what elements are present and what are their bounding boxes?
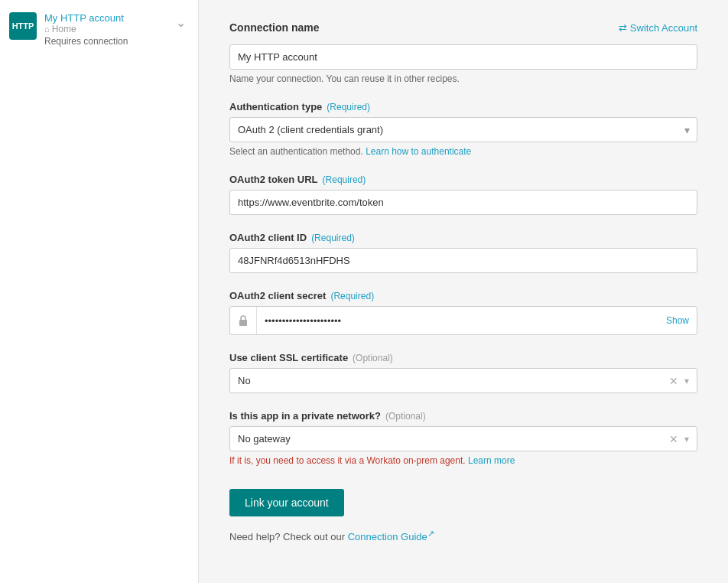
- private-network-controls: ✕ ▾: [661, 432, 697, 446]
- client-id-required: (Required): [311, 233, 355, 243]
- sidebar-header: HTTP My HTTP account ⌂ Home Requires con…: [9, 12, 189, 47]
- client-secret-group: OAuth2 client secret (Required) Show: [229, 290, 697, 335]
- auth-type-required: (Required): [327, 102, 370, 112]
- token-url-required: (Required): [323, 174, 366, 185]
- private-network-value: No gateway: [230, 427, 661, 451]
- private-network-clear-button[interactable]: ✕: [668, 432, 680, 446]
- sidebar: HTTP My HTTP account ⌂ Home Requires con…: [0, 0, 199, 583]
- client-secret-required: (Required): [330, 291, 374, 301]
- connection-name-hint: Name your connection. You can reuse it i…: [229, 73, 697, 84]
- auth-type-group: Authentication type (Required) OAuth 2 (…: [229, 101, 697, 157]
- svg-rect-0: [239, 320, 247, 326]
- private-network-dropdown-button[interactable]: ▾: [683, 432, 691, 446]
- switch-account-link[interactable]: ⇄ Switch Account: [619, 22, 697, 34]
- ssl-cert-label: Use client SSL certificate (Optional): [229, 352, 697, 363]
- home-icon: ⌂: [44, 24, 50, 34]
- auth-type-label: Authentication type (Required): [229, 101, 697, 112]
- ssl-cert-clear-button[interactable]: ✕: [668, 374, 680, 388]
- learn-authenticate-link[interactable]: Learn how to authenticate: [366, 146, 471, 157]
- show-secret-button[interactable]: Show: [658, 315, 697, 326]
- ssl-cert-dropdown-button[interactable]: ▾: [683, 374, 691, 388]
- private-network-group: Is this app in a private network? (Optio…: [229, 410, 697, 466]
- client-id-label: OAuth2 client ID (Required): [229, 232, 697, 243]
- connection-guide-link[interactable]: Connection Guide↗: [348, 531, 434, 542]
- token-url-input[interactable]: [229, 190, 697, 215]
- connection-name-input[interactable]: [229, 44, 697, 70]
- ssl-cert-select-wrapper[interactable]: No ✕ ▾: [229, 368, 697, 393]
- home-link[interactable]: ⌂ Home: [44, 24, 128, 34]
- requires-connection-status: Requires connection: [44, 36, 128, 47]
- auth-type-select[interactable]: OAuth 2 (client credentials grant): [229, 117, 697, 142]
- link-account-button[interactable]: Link your account: [229, 489, 344, 516]
- auth-type-select-wrapper: OAuth 2 (client credentials grant) ▾: [229, 117, 697, 142]
- app-icon: HTTP: [9, 12, 37, 40]
- help-text: Need help? Check out our Connection Guid…: [229, 529, 697, 542]
- client-id-group: OAuth2 client ID (Required): [229, 232, 697, 273]
- private-network-select-wrapper[interactable]: No gateway ✕ ▾: [229, 426, 697, 451]
- ssl-cert-controls: ✕ ▾: [661, 374, 697, 388]
- external-link-icon: ↗: [427, 529, 434, 538]
- connection-name-group: Name your connection. You can reuse it i…: [229, 44, 697, 84]
- private-network-optional: (Optional): [385, 411, 426, 422]
- connection-name-label: Connection name: [229, 21, 319, 34]
- main-content: Connection name ⇄ Switch Account Name yo…: [199, 0, 728, 583]
- private-network-hint: If it is, you need to access it via a Wo…: [229, 455, 697, 466]
- token-url-group: OAuth2 token URL (Required): [229, 174, 697, 215]
- ssl-cert-value: No: [230, 369, 661, 392]
- client-secret-input-wrapper: Show: [229, 306, 697, 335]
- token-url-label: OAuth2 token URL (Required): [229, 174, 697, 185]
- account-name-link[interactable]: My HTTP account: [44, 12, 128, 24]
- client-secret-label: OAuth2 client secret (Required): [229, 290, 697, 301]
- sidebar-collapse-button[interactable]: ⌄: [173, 12, 189, 33]
- auth-type-hint: Select an authentication method. Learn h…: [229, 146, 697, 157]
- private-network-label: Is this app in a private network? (Optio…: [229, 410, 697, 422]
- learn-more-link[interactable]: Learn more: [468, 455, 515, 466]
- lock-icon: [230, 307, 257, 334]
- switch-icon: ⇄: [619, 22, 627, 34]
- client-id-input[interactable]: [229, 248, 697, 273]
- ssl-cert-optional: (Optional): [353, 353, 393, 363]
- top-bar: Connection name ⇄ Switch Account: [229, 21, 697, 34]
- sidebar-text: My HTTP account ⌂ Home Requires connecti…: [44, 12, 128, 47]
- sidebar-app-info: HTTP My HTTP account ⌂ Home Requires con…: [9, 12, 128, 47]
- client-secret-input[interactable]: [257, 309, 658, 333]
- ssl-cert-group: Use client SSL certificate (Optional) No…: [229, 352, 697, 393]
